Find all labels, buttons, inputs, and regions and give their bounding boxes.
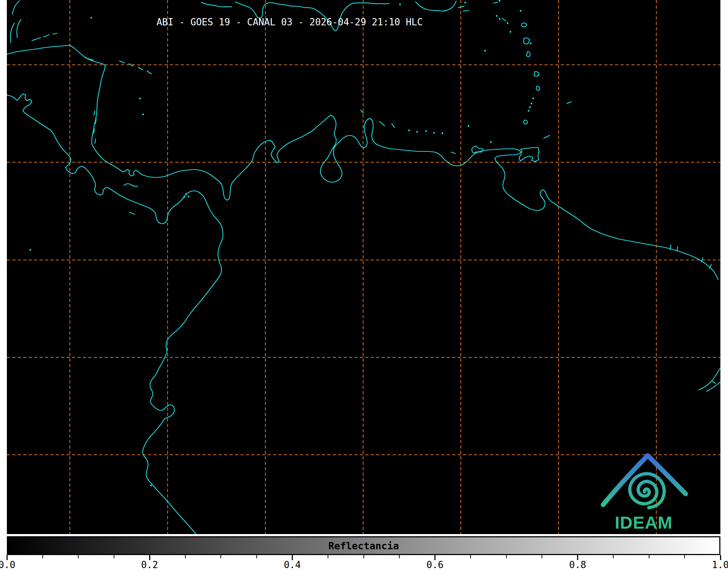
island-dot	[150, 485, 152, 487]
coastline-path	[567, 102, 571, 104]
colorbar-minor-tick	[256, 555, 257, 558]
coastline-path	[392, 124, 395, 127]
island-dot	[142, 114, 144, 116]
colorbar-minor-tick	[220, 555, 221, 558]
coastline-path	[94, 111, 95, 115]
coastline-path	[94, 129, 94, 133]
map-title: ABI - GOES 19 - CANAL 03 - 2026-04-29 21…	[156, 17, 423, 28]
coastline-path	[519, 147, 539, 161]
coastline-path	[699, 368, 720, 390]
coastline-path	[7, 94, 223, 534]
coastline-path	[53, 33, 57, 34]
colorbar-minor-tick	[328, 555, 328, 558]
colorbar-tick-label: 0.8	[561, 559, 594, 570]
colorbar-minor-tick	[399, 555, 400, 558]
colorbar-tick-label: 0.2	[133, 559, 166, 570]
colorbar-minor-tick	[78, 555, 79, 558]
reflectance-colorbar: Reflectancia	[7, 536, 720, 555]
island-dot	[184, 196, 185, 198]
colorbar-minor-tick	[114, 555, 114, 558]
coastline-path	[17, 20, 21, 38]
colorbar-tick-label: 0.4	[276, 559, 308, 570]
island-dot	[30, 249, 31, 251]
island-dot	[531, 103, 533, 105]
coastline-path	[124, 184, 138, 186]
coastline-path	[463, 10, 469, 11]
satellite-product-page: { "header": { "title": "ABI - GOES 19 - …	[0, 0, 728, 571]
island-dot	[528, 110, 530, 112]
coastline-path	[472, 146, 483, 153]
island-dot	[529, 106, 531, 108]
island-dot	[499, 0, 501, 1]
island-dot	[507, 22, 509, 24]
satellite-map-panel	[7, 0, 720, 534]
island-dot	[188, 196, 190, 198]
colorbar-tick-label: 0.0	[0, 559, 23, 570]
coastline-path	[201, 2, 232, 7]
colorbar-tick-label: 1.0	[704, 559, 728, 570]
colorbar-minor-tick	[542, 555, 542, 558]
island-dots	[30, 0, 534, 486]
coastline-path	[10, 23, 14, 43]
colorbar-minor-tick	[363, 555, 364, 558]
coastline-path	[534, 72, 539, 76]
coastline-path	[451, 152, 455, 154]
colorbar-minor-tick	[684, 555, 685, 558]
colorbar-tick-label: 0.6	[419, 559, 451, 570]
island-dot	[399, 4, 401, 5]
island-dot	[490, 141, 492, 143]
coastline-path	[12, 1, 20, 14]
island-dot	[496, 15, 498, 17]
coastline-path	[416, 1, 456, 11]
coastline-path	[536, 86, 540, 90]
island-dot	[530, 43, 532, 45]
colorbar-minor-tick	[42, 555, 43, 558]
island-dot	[425, 130, 427, 132]
colorbar-minor-tick	[649, 555, 649, 558]
island-dot	[533, 98, 534, 100]
island-dot	[499, 18, 501, 20]
coastlines	[7, 1, 720, 534]
coastline-path	[130, 212, 135, 214]
graticule-gridlines	[7, 0, 720, 534]
island-dot	[433, 132, 435, 134]
coastline-path	[32, 38, 41, 41]
island-dot	[520, 10, 522, 12]
coastline-path	[95, 139, 96, 143]
island-dot	[510, 31, 512, 33]
coastline-path	[526, 51, 530, 57]
coastline-path	[119, 61, 125, 63]
island-dot	[442, 133, 443, 134]
coastline-path	[712, 381, 715, 383]
island-dot	[185, 193, 187, 195]
island-dot	[468, 125, 470, 127]
ideam-logo-text: IDEAM	[615, 513, 673, 533]
island-dot	[416, 131, 418, 133]
map-canvas	[7, 0, 720, 534]
coastline-path	[523, 120, 527, 124]
coastline-path	[138, 67, 143, 70]
colorbar-minor-tick	[506, 555, 507, 558]
island-dot	[91, 17, 92, 19]
colorbar-label: Reflectancia	[8, 537, 719, 554]
colorbar-minor-tick	[470, 555, 471, 558]
coastline-path	[43, 35, 49, 37]
ideam-logo-mark	[603, 455, 686, 508]
coastline-path	[147, 71, 151, 74]
island-dot	[464, 2, 466, 4]
island-dot	[408, 130, 410, 131]
colorbar-minor-tick	[185, 555, 186, 558]
colorbar-minor-tick	[613, 555, 614, 558]
coastline-path	[544, 135, 550, 138]
coastline-path	[502, 18, 506, 21]
logo-hurricane-spiral-icon	[630, 474, 664, 508]
island-dot	[484, 50, 486, 52]
coastline-path	[493, 2, 498, 3]
coastline-path	[379, 122, 384, 126]
coastline-path	[524, 38, 530, 44]
island-dot	[139, 98, 141, 100]
coastline-path	[522, 23, 527, 27]
